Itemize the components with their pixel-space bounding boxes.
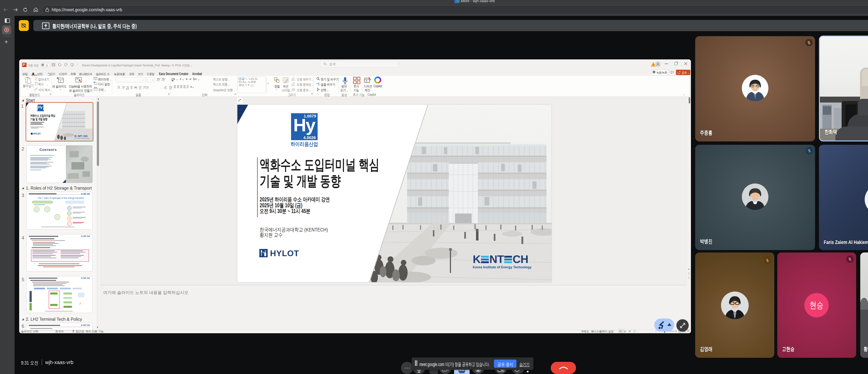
svg-text:}: }: [252, 84, 253, 87]
svg-text:가: 가: [240, 78, 241, 80]
svg-text:{: {: [251, 84, 252, 87]
svg-text:가: 가: [318, 84, 320, 86]
svg-text:갈: 갈: [243, 78, 244, 80]
